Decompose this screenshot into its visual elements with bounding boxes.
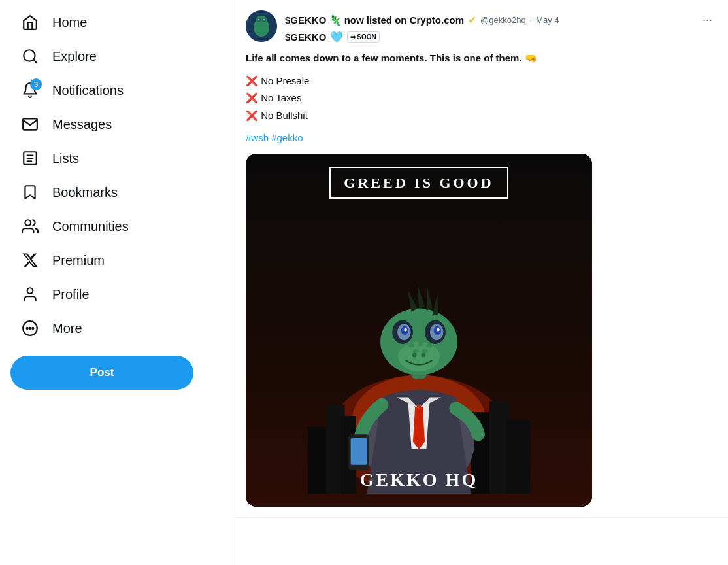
sidebar-item-more[interactable]: More [10,311,224,345]
main-content: $GEKKO 🦎 now listed on Crypto.com ✔ @gek… [235,0,728,565]
sidebar-item-premium[interactable]: Premium [10,243,224,277]
notifications-icon: 3 [21,81,39,99]
dot-separator: · [530,15,533,25]
svg-point-46 [413,349,419,353]
sidebar-item-bookmarks[interactable]: Bookmarks [10,175,224,209]
home-icon [21,13,39,31]
tweet-hashtags[interactable]: #wsb #gekko [246,131,718,146]
bullet-item-1: ❌ No Taxes [246,91,718,106]
svg-point-11 [32,328,33,329]
bookmarks-icon [21,183,39,201]
svg-point-47 [422,349,428,353]
sidebar-item-label: Notifications [52,83,124,98]
sidebar-item-label: Premium [52,253,105,268]
svg-point-14 [256,16,267,26]
more-icon [21,319,39,337]
image-top-text: GREED IS GOOD [329,167,508,199]
communities-icon [21,217,39,235]
sidebar-item-explore[interactable]: Explore [10,39,224,73]
account-handle: @gekko2hq [480,15,526,25]
svg-point-7 [27,288,33,294]
sidebar-item-notifications[interactable]: 3 Notifications [10,73,224,107]
svg-point-10 [29,328,31,329]
sidebar-item-lists[interactable]: Lists [10,141,224,175]
tweet-top-line: $GEKKO 🦎 now listed on Crypto.com ✔ @gek… [285,10,718,29]
svg-point-30 [398,341,440,371]
svg-rect-26 [506,419,530,493]
sidebar-item-messages[interactable]: Messages [10,107,224,141]
sidebar-item-label: Explore [52,49,97,64]
svg-point-43 [408,343,414,347]
heart-icon: 🩵 [330,31,343,43]
image-bottom-text: GEKKO HQ [360,466,478,494]
messages-icon [21,115,39,133]
svg-point-18 [263,19,265,21]
post-button[interactable]: Post [10,356,193,390]
svg-point-6 [25,220,31,226]
svg-point-37 [404,328,407,332]
bullet-text-1: ❌ No Taxes [246,91,301,106]
bullet-text-2: ❌ No Bullshit [246,109,308,124]
arrow-soon-badge: ➡ SOON [347,31,379,43]
avatar [246,10,277,42]
profile-icon [21,285,39,303]
sidebar: Home Explore 3 Notifications [0,0,235,565]
svg-point-45 [426,343,432,347]
sidebar-item-label: Bookmarks [52,185,118,200]
svg-point-17 [258,19,260,21]
sidebar-item-label: Profile [52,287,90,302]
sidebar-item-home[interactable]: Home [10,5,224,39]
svg-line-1 [33,60,37,63]
svg-point-44 [418,341,423,346]
sidebar-item-label: Home [52,15,87,30]
tweet-main-text: Life all comes down to a few moments. Th… [246,51,718,66]
more-options-button[interactable]: ··· [697,10,718,29]
verified-badge: ✔ [468,14,476,26]
tweet-bullets: ❌ No Presale ❌ No Taxes ❌ No Bullshit [246,74,718,124]
sidebar-item-label: Communities [52,219,129,234]
svg-point-38 [437,328,440,332]
sidebar-item-communities[interactable]: Communities [10,209,224,243]
bullet-text-0: ❌ No Presale [246,74,309,89]
tweet-card: $GEKKO 🦎 now listed on Crypto.com ✔ @gek… [235,0,728,518]
sidebar-item-profile[interactable]: Profile [10,277,224,311]
gecko-illustration [259,212,579,494]
tweet-time: May 4 [536,15,559,25]
tweet-image[interactable]: GREED IS GOOD [246,154,592,507]
svg-rect-42 [351,437,367,464]
tweet-meta: $GEKKO 🦎 now listed on Crypto.com ✔ @gek… [285,10,718,43]
notifications-badge: 3 [30,78,42,90]
sidebar-item-label: Messages [52,117,112,132]
image-content: GREED IS GOOD [246,154,592,507]
tweet-subtitle: $GEKKO 🩵 ➡ SOON [285,31,718,43]
tweet-header: $GEKKO 🦎 now listed on Crypto.com ✔ @gek… [246,10,718,43]
premium-icon [21,251,39,269]
bullet-item-0: ❌ No Presale [246,74,718,89]
bullet-item-2: ❌ No Bullshit [246,109,718,124]
svg-point-9 [27,328,28,329]
sidebar-item-label: More [52,321,82,336]
explore-icon [21,47,39,65]
tweet-body: Life all comes down to a few moments. Th… [246,51,718,507]
account-name: $GEKKO 🦎 now listed on Crypto.com [285,14,464,26]
sidebar-item-label: Lists [52,151,79,166]
lists-icon [21,149,39,167]
tweet-subtitle-text: $GEKKO [285,31,326,43]
